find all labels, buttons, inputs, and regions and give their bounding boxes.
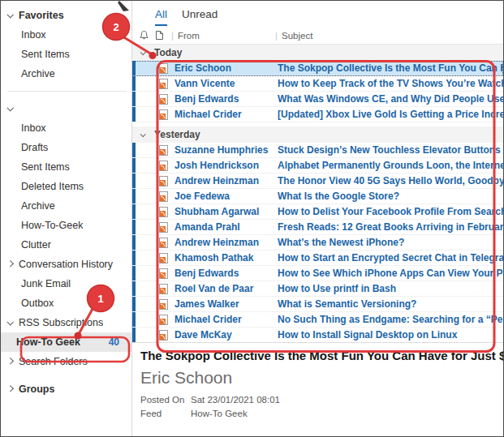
folder-pane: Favorites Inbox Sent Items Archive Inbox… [1, 1, 132, 436]
rss-item-icon [159, 63, 168, 74]
message-subject: How to Start an Encrypted Secret Chat in… [278, 252, 503, 263]
message-list: Today Eric Schoon The Sokpop Collective … [132, 45, 503, 342]
sidebar-item-how-to-geek-folder[interactable]: How-To-Geek [1, 216, 131, 235]
column-header-subject[interactable]: Subject [282, 31, 503, 41]
unread-indicator [132, 189, 136, 204]
sidebar-header-account[interactable] [1, 99, 131, 118]
message-row[interactable]: Josh Hendrickson Alphabet Permanently Gr… [132, 158, 503, 174]
sidebar-item-junk-email[interactable]: Junk Email [1, 274, 131, 293]
chevron-down-icon[interactable] [7, 13, 19, 18]
message-subject: The Sokpop Collective Is the Most Fun Yo… [278, 62, 503, 74]
message-from: Michael Crider [174, 314, 278, 325]
rss-item-icon [159, 253, 168, 263]
message-subject: What Was Windows CE, and Why Did People … [278, 93, 503, 105]
message-row[interactable]: Michael Crider No Such Thing as Endgame:… [132, 312, 503, 328]
chevron-down-icon[interactable] [7, 106, 19, 111]
message-list-pane: All Unread | From | Subject Today Eric S… [132, 1, 503, 436]
column-separator: | [171, 31, 178, 41]
unread-indicator [132, 158, 136, 173]
message-from: Roel Van de Paar [174, 283, 278, 294]
message-row[interactable]: Benj Edwards How to See Which iPhone App… [132, 266, 503, 281]
meta-label-feed: Feed [140, 409, 191, 422]
message-row[interactable]: James Walker What is Semantic Versioning… [132, 297, 503, 312]
message-subject: Alphabet Permanently Grounds Loon, the I… [278, 160, 503, 171]
chevron-down-icon [140, 131, 146, 137]
tab-unread[interactable]: Unread [182, 8, 218, 20]
sidebar-item-sent-items[interactable]: Sent Items [1, 157, 131, 177]
filter-tabs: All Unread [132, 1, 503, 27]
unread-indicator [132, 281, 136, 296]
chevron-down-icon[interactable] [7, 320, 19, 325]
sidebar-item-how-to-geek-rss[interactable]: How-To Geek 40 [1, 332, 131, 352]
sidebar-item-deleted-items[interactable]: Deleted Items [1, 177, 131, 196]
sidebar-header-label: Favorites [19, 10, 64, 21]
message-row[interactable]: Michael Crider [Updated] Xbox Live Gold … [132, 107, 503, 122]
message-row[interactable]: Roel Van de Paar How to Use printf in Ba… [132, 281, 503, 297]
sidebar-item-archive[interactable]: Archive [1, 196, 131, 216]
reminder-bell-icon[interactable] [139, 30, 155, 41]
item-type-icon[interactable] [155, 30, 171, 41]
unread-indicator [132, 312, 136, 327]
message-row[interactable]: Joe Fedewa What Is the Google Store? [132, 189, 503, 204]
message-from: Andrew Heinzman [174, 237, 278, 248]
message-subject: Stuck Design’s New Touchless Elevator Bu… [278, 144, 503, 156]
unread-indicator [132, 204, 136, 219]
unread-indicator [132, 220, 136, 234]
reading-pane-author: Eric Schoon [140, 368, 503, 388]
chevron-right-icon[interactable] [7, 359, 19, 364]
unread-indicator [132, 107, 136, 122]
message-subject: How to Use printf in Bash [278, 283, 503, 294]
sidebar-item-favorites-sent-items[interactable]: Sent Items [1, 45, 131, 64]
message-from: Shubham Agarwal [174, 206, 278, 217]
message-row[interactable]: Andrew Heinzman The Honor View 40 5G Say… [132, 174, 503, 189]
rss-item-icon [159, 299, 168, 310]
rss-item-icon [159, 207, 168, 217]
sidebar-divider [7, 91, 127, 92]
message-row[interactable]: Khamosh Pathak How to Start an Encrypted… [132, 251, 503, 266]
group-header-yesterday[interactable]: Yesterday [132, 126, 503, 143]
message-subject: The Honor View 40 5G Says Hello World, G… [278, 175, 503, 186]
sidebar-header-search-folders[interactable]: Search Folders [1, 352, 131, 371]
chevron-right-icon[interactable] [7, 262, 19, 267]
column-header-from[interactable]: From [178, 31, 275, 41]
chevron-right-icon[interactable] [7, 387, 19, 392]
rss-item-icon [159, 191, 168, 202]
group-header-today[interactable]: Today [132, 45, 503, 61]
message-row[interactable]: Benj Edwards What Was Windows CE, and Wh… [132, 92, 503, 107]
message-row[interactable]: Eric Schoon The Sokpop Collective Is the… [132, 61, 503, 76]
unread-indicator [132, 174, 136, 188]
sidebar-item-clutter[interactable]: Clutter [1, 235, 131, 255]
sidebar-item-outbox[interactable]: Outbox [1, 293, 131, 313]
meta-label-posted-on: Posted On [140, 395, 191, 409]
message-from: Vann Vicente [174, 78, 278, 89]
sidebar-header-rss-subscriptions[interactable]: RSS Subscriptions [1, 313, 131, 332]
sidebar-item-drafts[interactable]: Drafts [1, 138, 131, 157]
unread-indicator [132, 143, 136, 157]
rss-item-icon [159, 315, 168, 325]
message-row[interactable]: Amanda Prahl Fresh Reads: 12 Great Books… [132, 220, 503, 235]
unread-indicator [132, 328, 136, 342]
message-row[interactable]: Vann Vicente How to Keep Track of the TV… [132, 76, 503, 92]
sidebar-item-favorites-inbox[interactable]: Inbox [1, 25, 131, 45]
message-from: Andrew Heinzman [174, 175, 278, 186]
rss-item-icon [159, 79, 168, 89]
sidebar-header-favorites[interactable]: Favorites [1, 6, 131, 25]
unread-indicator [132, 92, 136, 106]
message-row[interactable]: Suzanne Humphries Stuck Design’s New Tou… [132, 143, 503, 158]
tab-all[interactable]: All [155, 8, 167, 20]
sidebar-item-inbox[interactable]: Inbox [1, 118, 131, 138]
meta-value-posted-on: Sat 23/01/2021 08:01 [191, 395, 280, 409]
message-from: Eric Schoon [174, 62, 278, 74]
message-row[interactable]: Dave McKay How to Install Signal Desktop… [132, 328, 503, 342]
outlook-window: Favorites Inbox Sent Items Archive Inbox… [0, 0, 504, 437]
message-from: Suzanne Humphries [174, 144, 278, 156]
message-from: Benj Edwards [174, 93, 278, 105]
message-from: Dave McKay [174, 329, 278, 341]
sidebar-item-favorites-archive[interactable]: Archive [1, 64, 131, 84]
rss-item-icon [159, 109, 168, 120]
rss-item-icon [159, 238, 168, 248]
message-row[interactable]: Andrew Heinzman What’s the Newest iPhone… [132, 235, 503, 251]
sidebar-header-groups[interactable]: Groups [1, 379, 131, 399]
sidebar-header-conversation-history[interactable]: Conversation History [1, 255, 131, 274]
message-row[interactable]: Shubham Agarwal How to Delist Your Faceb… [132, 204, 503, 220]
